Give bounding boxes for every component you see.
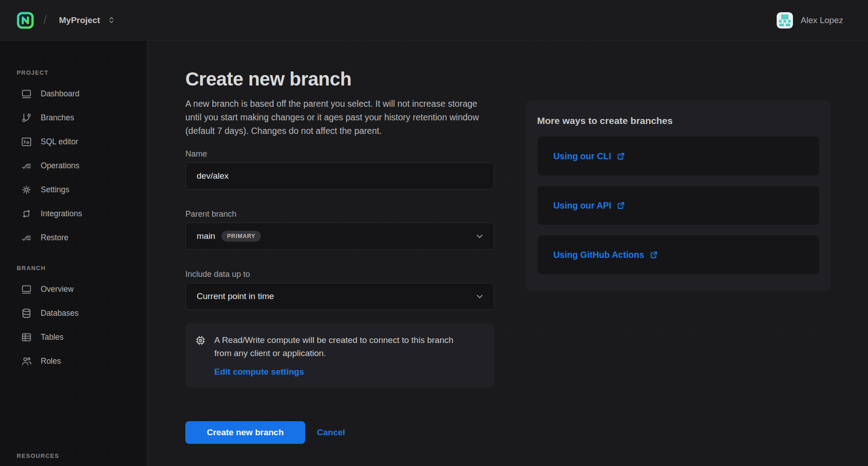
sidebar-section-project: PROJECT bbox=[0, 69, 147, 76]
project-selector[interactable]: MyProject bbox=[59, 15, 117, 25]
more-ways-title: More ways to create branches bbox=[537, 115, 820, 126]
sidebar-item-label: SQL editor bbox=[41, 137, 78, 147]
include-data-label: Include data up to bbox=[185, 270, 494, 279]
breadcrumb: / MyProject bbox=[17, 0, 116, 40]
sidebar-item-branches[interactable]: Branches bbox=[0, 106, 147, 130]
database-icon bbox=[21, 308, 32, 319]
external-link-icon bbox=[616, 152, 626, 161]
user-menu[interactable]: Alex Lopez bbox=[777, 0, 843, 40]
sidebar-item-sql-editor[interactable]: SQL editor bbox=[0, 130, 147, 154]
github-actions-link-label: Using GitHub Actions bbox=[553, 250, 644, 260]
create-branch-button[interactable]: Create new branch bbox=[185, 421, 305, 444]
sidebar-item-settings[interactable]: Settings bbox=[0, 178, 147, 202]
checklist-icon bbox=[21, 232, 32, 243]
chevron-down-icon bbox=[475, 231, 485, 241]
table-icon bbox=[21, 332, 32, 343]
sidebar-section-resources: RESOURCES bbox=[0, 452, 59, 459]
page-description: A new branch is based off the parent you… bbox=[185, 97, 489, 138]
main-content: Create new branch A new branch is based … bbox=[147, 41, 868, 466]
compute-note-body: A Read/Write compute will be created to … bbox=[214, 333, 473, 377]
sidebar-item-label: Roles bbox=[41, 357, 61, 366]
external-link-icon bbox=[649, 250, 659, 260]
app-window: / MyProject Alex Lopez bbox=[0, 0, 868, 466]
sidebar-item-label: Restore bbox=[41, 233, 68, 243]
more-ways-panel: More ways to create branches Using our C… bbox=[526, 100, 831, 291]
cancel-link[interactable]: Cancel bbox=[317, 428, 345, 437]
neon-logo-icon[interactable] bbox=[17, 12, 34, 29]
sidebar-project-list: Dashboard Branches SQL editor Operations bbox=[0, 82, 147, 250]
sidebar-item-label: Integrations bbox=[41, 209, 82, 219]
gear-icon bbox=[21, 184, 32, 195]
terminal-icon bbox=[21, 136, 32, 147]
cpu-icon bbox=[194, 334, 207, 377]
sidebar-item-label: Databases bbox=[41, 309, 79, 318]
api-link-label: Using our API bbox=[553, 200, 611, 211]
sidebar-item-overview[interactable]: Overview bbox=[0, 277, 147, 301]
name-label: Name bbox=[185, 149, 494, 159]
sidebar-branch-list: Overview Databases Tables bbox=[0, 277, 147, 373]
project-name: MyProject bbox=[59, 15, 100, 25]
edit-compute-settings-link[interactable]: Edit compute settings bbox=[214, 367, 304, 377]
create-branch-form: Create new branch A new branch is based … bbox=[185, 68, 494, 444]
sidebar: PROJECT Dashboard Branches SQL editor bbox=[0, 41, 147, 466]
page-title: Create new branch bbox=[185, 68, 494, 90]
sidebar-item-label: Operations bbox=[41, 161, 80, 171]
sidebar-item-label: Branches bbox=[41, 113, 74, 123]
sidebar-item-label: Tables bbox=[41, 333, 64, 342]
github-actions-card[interactable]: Using GitHub Actions bbox=[537, 235, 820, 275]
sidebar-item-label: Overview bbox=[41, 285, 74, 294]
parent-branch-select[interactable]: main PRIMARY bbox=[185, 223, 494, 250]
chevron-down-icon bbox=[475, 291, 485, 301]
sidebar-item-operations[interactable]: Operations bbox=[0, 154, 147, 178]
sidebar-item-integrations[interactable]: Integrations bbox=[0, 202, 147, 226]
branch-name-input[interactable] bbox=[185, 162, 494, 190]
form-actions: Create new branch Cancel bbox=[185, 421, 494, 444]
parent-branch-value: main bbox=[197, 231, 215, 241]
user-name: Alex Lopez bbox=[801, 15, 843, 25]
sidebar-item-databases[interactable]: Databases bbox=[0, 301, 147, 325]
breadcrumb-separator: / bbox=[43, 13, 47, 27]
sidebar-item-tables[interactable]: Tables bbox=[0, 325, 147, 349]
window-icon bbox=[21, 284, 32, 295]
topbar: / MyProject Alex Lopez bbox=[0, 0, 868, 41]
github-actions-link: Using GitHub Actions bbox=[553, 250, 659, 260]
api-card[interactable]: Using our API bbox=[537, 185, 820, 225]
checklist-icon bbox=[21, 160, 32, 171]
avatar bbox=[777, 12, 793, 29]
sidebar-item-roles[interactable]: Roles bbox=[0, 349, 147, 373]
sidebar-section-branch: BRANCH bbox=[0, 265, 147, 271]
cli-link: Using our CLI bbox=[553, 151, 626, 162]
compute-note-text: A Read/Write compute will be created to … bbox=[214, 333, 473, 360]
sidebar-item-restore[interactable]: Restore bbox=[0, 226, 147, 250]
sidebar-item-dashboard[interactable]: Dashboard bbox=[0, 82, 147, 106]
cli-link-label: Using our CLI bbox=[553, 151, 611, 162]
sidebar-item-label: Dashboard bbox=[41, 89, 80, 99]
cli-card[interactable]: Using our CLI bbox=[537, 136, 820, 176]
include-data-select[interactable]: Current point in time bbox=[185, 283, 494, 310]
api-link: Using our API bbox=[553, 200, 626, 211]
dashboard-icon bbox=[21, 88, 32, 100]
primary-badge: PRIMARY bbox=[222, 231, 261, 242]
parent-branch-label: Parent branch bbox=[185, 209, 494, 219]
selector-chevrons-icon bbox=[107, 15, 116, 25]
git-branch-icon bbox=[21, 112, 32, 124]
users-icon bbox=[21, 356, 32, 367]
include-data-value: Current point in time bbox=[197, 291, 274, 301]
external-link-icon bbox=[616, 201, 626, 210]
swap-arrows-icon bbox=[21, 208, 32, 219]
compute-note-panel: A Read/Write compute will be created to … bbox=[185, 323, 494, 388]
sidebar-item-label: Settings bbox=[41, 185, 69, 195]
